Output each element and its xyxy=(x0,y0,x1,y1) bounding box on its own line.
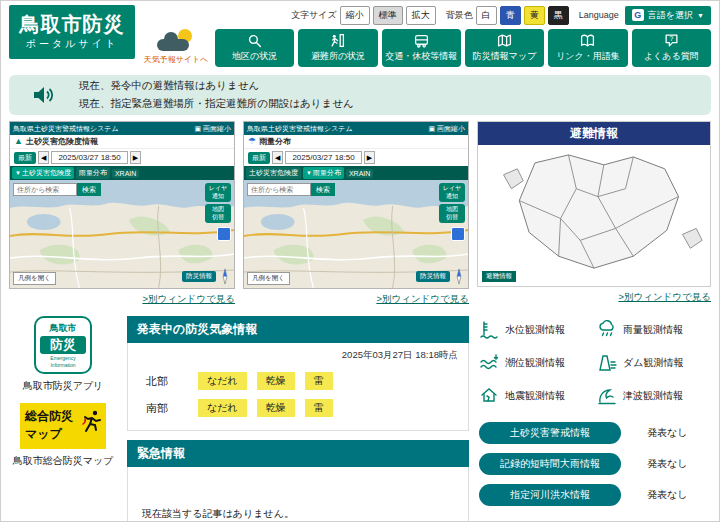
warning-tag[interactable]: 乾燥 xyxy=(257,372,295,390)
question-bubble-icon: ? xyxy=(664,33,679,48)
bg-color-yellow-button[interactable]: 黄 xyxy=(524,6,545,25)
obs-link-tide[interactable]: 潮位観測情報 xyxy=(479,353,593,373)
tab-landslide-risk[interactable]: ▼土砂災害危険度 xyxy=(12,167,74,179)
status-value: 発表なし xyxy=(647,426,687,440)
running-person-icon xyxy=(80,409,104,433)
prev-time-button[interactable]: ◀ xyxy=(38,151,49,164)
site-header: 鳥取市防災 ポータルサイト 天気予報サイトへ 文字サイズ 縮小 標準 拡大 背景… xyxy=(1,1,719,67)
bottom-row: 鳥取市 防災 Emergency Information 鳥取市防災アプリ 総合… xyxy=(9,316,711,522)
basemap-switch-button[interactable]: 地図切替 xyxy=(439,204,465,223)
tab-rainfall[interactable]: ▼雨量分布 xyxy=(303,167,344,179)
rain-gauge-icon xyxy=(597,320,617,340)
record-rain-button[interactable]: 記録的短時間大雨情報 xyxy=(479,453,621,475)
address-search-input[interactable] xyxy=(13,183,77,196)
warning-status-list: 土砂災害警戒情報 発表なし 記録的短時間大雨情報 発表なし 指定河川洪水情報 発… xyxy=(479,422,711,506)
tab-label: 土砂災害危険度 xyxy=(22,168,71,178)
address-search-input[interactable] xyxy=(247,183,311,196)
next-time-button[interactable]: ▶ xyxy=(130,151,141,164)
nav-links-glossary[interactable]: リンク・用語集 xyxy=(548,29,627,67)
weather-info-timestamp: 2025年03月27日 18:18時点 xyxy=(128,345,468,368)
language-selected-value: 言語を選択 xyxy=(648,9,693,22)
warning-tag[interactable]: なだれ xyxy=(198,372,247,390)
language-select[interactable]: G 言語を選択 ▼ xyxy=(625,6,711,25)
magnifier-icon xyxy=(247,33,262,48)
nav-shelter-status[interactable]: 避難所の状況 xyxy=(298,29,377,67)
tab-rainfall[interactable]: 雨量分布 xyxy=(76,167,110,179)
bg-color-white-button[interactable]: 白 xyxy=(476,6,497,25)
bg-color-black-button[interactable]: 黒 xyxy=(548,6,569,25)
obs-link-dam[interactable]: ダム観測情報 xyxy=(597,353,711,373)
map-logo-line2: マップ xyxy=(25,426,62,443)
font-size-small-button[interactable]: 縮小 xyxy=(340,6,370,25)
font-size-standard-button[interactable]: 標準 xyxy=(373,6,403,25)
landslide-warning-button[interactable]: 土砂災害警戒情報 xyxy=(479,422,621,444)
basemap-switch-button[interactable]: 地図切替 xyxy=(205,204,231,223)
open-new-window-link[interactable]: >別ウィンドウで見る xyxy=(9,293,235,306)
river-flood-button[interactable]: 指定河川洪水情報 xyxy=(479,484,621,506)
warning-tag[interactable]: なだれ xyxy=(198,399,247,417)
bosai-info-badge[interactable]: 防災情報 xyxy=(182,271,216,282)
obs-link-earthquake[interactable]: 地震観測情報 xyxy=(479,386,593,406)
next-time-button[interactable]: ▶ xyxy=(364,151,375,164)
bosai-info-badge[interactable]: 防災情報 xyxy=(416,271,450,282)
obs-link-water-level[interactable]: 水位観測情報 xyxy=(479,320,593,340)
emergency-empty-message: 現在該当する記事はありません。 xyxy=(142,508,294,519)
warning-row: 南部 なだれ 乾燥 雷 xyxy=(128,395,468,422)
nav-faq[interactable]: ? よくある質問 xyxy=(632,29,711,67)
obs-link-tsunami[interactable]: 津波観測情報 xyxy=(597,386,711,406)
map-mode-title: 土砂災害危険度情報 xyxy=(26,136,98,147)
warning-tag[interactable]: 乾燥 xyxy=(257,399,295,417)
datetime-display[interactable]: 2025/03/27 18:50 xyxy=(51,151,127,164)
evacuation-map[interactable]: 避難情報 xyxy=(478,145,710,286)
dam-icon xyxy=(597,353,617,373)
nav-traffic-info[interactable]: 交通・休校等情報 xyxy=(382,29,461,67)
open-new-window-link[interactable]: >別ウィンドウで見る xyxy=(243,293,469,306)
nav-label: 地区の状況 xyxy=(232,50,277,63)
shrink-screen-button[interactable]: ▣ 画面縮小 xyxy=(428,124,465,134)
nav-hazard-map[interactable]: 防災情報マップ xyxy=(465,29,544,67)
app-icon-en-text: Information xyxy=(50,362,75,369)
prev-time-button[interactable]: ◀ xyxy=(272,151,283,164)
bg-color-blue-button[interactable]: 青 xyxy=(500,6,521,25)
nav-district-status[interactable]: 地区の状況 xyxy=(215,29,294,67)
datetime-display[interactable]: 2025/03/27 18:50 xyxy=(285,151,361,164)
area-label: 北部 xyxy=(146,374,198,389)
layer-notify-button[interactable]: レイヤ通知 xyxy=(439,183,465,202)
map-canvas[interactable]: 検索 レイヤ通知 地図切替 防災情報 凡例を開く xyxy=(244,180,468,288)
tab-landslide-risk[interactable]: 土砂災害危険度 xyxy=(246,167,301,179)
weather-forecast-link[interactable]: 天気予報サイトへ xyxy=(143,29,209,67)
map-mode-row: ☂ 雨量分布 xyxy=(244,135,468,149)
obs-link-rainfall[interactable]: 雨量観測情報 xyxy=(597,320,711,340)
bus-icon xyxy=(414,33,429,48)
legend-open-button[interactable]: 凡例を開く xyxy=(13,272,56,285)
open-new-window-link[interactable]: >別ウィンドウで見る xyxy=(477,291,711,304)
obs-label: ダム観測情報 xyxy=(623,356,683,370)
warning-tag[interactable]: 雷 xyxy=(305,372,333,390)
tab-xrain[interactable]: XRAIN xyxy=(346,169,373,178)
map-search-button[interactable]: 検索 xyxy=(311,183,335,196)
app-link-icon[interactable] xyxy=(451,227,465,241)
status-value: 発表なし xyxy=(647,488,687,502)
shrink-screen-button[interactable]: ▣ 画面縮小 xyxy=(194,124,231,134)
font-size-large-button[interactable]: 拡大 xyxy=(406,6,436,25)
layer-notify-button[interactable]: レイヤ通知 xyxy=(205,183,231,202)
legend-open-button[interactable]: 凡例を開く xyxy=(247,272,290,285)
bosai-app-icon[interactable]: 鳥取市 防災 Emergency Information xyxy=(34,316,92,374)
warning-tag[interactable]: 雷 xyxy=(305,399,333,417)
site-logo[interactable]: 鳥取市防災 ポータルサイト xyxy=(9,5,135,59)
evacuation-column: 避難情報 xyxy=(477,121,711,306)
header-right: 文字サイズ 縮小 標準 拡大 背景色 白 青 黄 黒 Language G 言語… xyxy=(215,5,711,67)
tab-xrain[interactable]: XRAIN xyxy=(112,169,139,178)
alert-line-1: 現在、発令中の避難情報はありません xyxy=(79,77,354,95)
bosai-app-label: 鳥取市防災アプリ xyxy=(23,379,104,393)
obs-label: 潮位観測情報 xyxy=(505,356,565,370)
logo-title: 鳥取市防災 xyxy=(20,13,125,35)
map-canvas[interactable]: 検索 レイヤ通知 地図切替 防災情報 凡例を開く xyxy=(10,180,234,288)
app-link-icon[interactable] xyxy=(217,227,231,241)
font-size-label: 文字サイズ xyxy=(291,9,337,22)
nav-label: よくある質問 xyxy=(644,50,699,63)
map-search-button[interactable]: 検索 xyxy=(77,183,101,196)
bg-color-label: 背景色 xyxy=(446,9,473,22)
sogo-bosai-map-icon[interactable]: 総合防災 マップ xyxy=(20,403,106,449)
nav-label: 避難所の状況 xyxy=(311,50,365,63)
